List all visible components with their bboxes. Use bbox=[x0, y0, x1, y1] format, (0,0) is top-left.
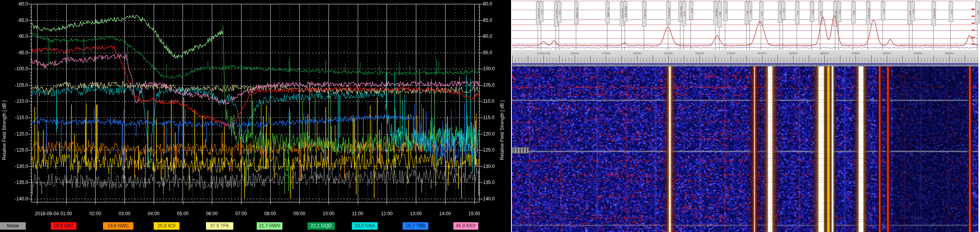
ruler-frequency-label: 40000 bbox=[882, 52, 891, 55]
y-axis-label-right: Relative Field Strength [ dB ] bbox=[499, 100, 505, 160]
x-tick: 06:00 bbox=[206, 211, 218, 216]
y-tick-left: -90.0 bbox=[6, 34, 28, 39]
x-tick: 08:00 bbox=[265, 211, 276, 216]
y-tick-right: -100.0 bbox=[481, 66, 495, 71]
x-tick: 05:00 bbox=[177, 211, 188, 216]
y-tick-right: -80.0 bbox=[481, 2, 492, 6]
x-axis-date-label: 2018-06-04 bbox=[35, 211, 59, 216]
y-tick-left: -105.0 bbox=[6, 83, 28, 87]
y-tick-left: -85.0 bbox=[6, 18, 28, 23]
y-tick-left: -110.0 bbox=[6, 99, 28, 104]
ruler-frequency-label: 20000 bbox=[633, 52, 641, 55]
x-tick: 01:00 bbox=[60, 211, 72, 216]
x-tick: 07:00 bbox=[235, 211, 247, 216]
legend-chip-21-7-hwv: 21.7 HWV bbox=[257, 222, 282, 230]
spectrum-scale-tick bbox=[971, 30, 975, 31]
x-tick: 11:00 bbox=[352, 211, 363, 216]
frequency-ruler-ticks bbox=[512, 50, 978, 63]
ruler-frequency-label: 22500 bbox=[664, 52, 673, 55]
x-tick: 14:00 bbox=[439, 211, 451, 216]
y-tick-right: -90.0 bbox=[481, 34, 492, 39]
y-tick-right: -120.0 bbox=[481, 132, 495, 136]
y-tick-right: -105.0 bbox=[481, 83, 495, 87]
waterfall-divider-line bbox=[512, 63, 978, 64]
spectrum-scale-tick bbox=[971, 23, 975, 24]
y-tick-right: -85.0 bbox=[481, 18, 492, 23]
ruler-frequency-label: 30000 bbox=[758, 52, 766, 55]
legend-chip-24-0-naa: 24,0 NAA bbox=[352, 222, 378, 230]
y-tick-left: -120.0 bbox=[6, 132, 28, 136]
ruler-frequency-label: 32500 bbox=[789, 52, 797, 55]
legend-chip-noise: Noise bbox=[0, 222, 26, 230]
ruler-frequency-label: 37500 bbox=[851, 52, 860, 55]
y-tick-right: -115.0 bbox=[481, 115, 494, 120]
ruler-frequency-label: 42500 bbox=[914, 52, 922, 55]
field-strength-chart-panel: Relative Field Strength [ dB ] Relative … bbox=[0, 0, 511, 232]
x-tick: 03:00 bbox=[119, 211, 130, 216]
ruler-frequency-label: 12500 Hz bbox=[537, 52, 550, 55]
ruler-frequency-label: 17500 bbox=[602, 52, 610, 55]
vlf-monitoring-screen: Relative Field Strength [ dB ] Relative … bbox=[0, 0, 980, 232]
x-tick: 10:00 bbox=[323, 211, 334, 216]
spectrum-trace-canvas bbox=[512, 0, 978, 50]
y-tick-left: -95.0 bbox=[6, 50, 28, 55]
ruler-frequency-label: 25000 bbox=[695, 52, 704, 55]
y-tick-left: -140.0 bbox=[6, 196, 28, 201]
x-tick: 13:00 bbox=[410, 211, 422, 216]
y-tick-right: -135.0 bbox=[481, 180, 495, 185]
spectrum-scale-tick bbox=[971, 37, 975, 38]
ruler-frequency-label: 15000 bbox=[570, 52, 579, 55]
field-strength-chart-canvas bbox=[0, 0, 511, 232]
legend-chip-45-9-nsy: 45.9 NSY bbox=[453, 222, 478, 230]
x-tick: 04:00 bbox=[148, 211, 160, 216]
legend-chip-37-5-tfk: 37.5 TFK bbox=[206, 222, 233, 230]
x-tick: 09:00 bbox=[293, 211, 305, 216]
ruler-frequency-label: 35000 bbox=[820, 52, 829, 55]
spectrum-scale-tick bbox=[971, 9, 975, 10]
y-tick-right: -140.0 bbox=[481, 196, 495, 201]
waterfall-time-label bbox=[512, 147, 529, 153]
legend-chip-22-1-gqd: 22,1 GQD bbox=[307, 222, 335, 230]
y-tick-left: -135.0 bbox=[6, 180, 28, 185]
y-tick-left: -130.0 bbox=[6, 164, 28, 169]
legend-chip-19-8-nwc: 19,8 NWC bbox=[103, 222, 133, 230]
legend-chip-20-3-icv: 20,3 ICV bbox=[154, 222, 179, 230]
legend-chip-19-6-gbz: 19.6 GBZ bbox=[51, 222, 76, 230]
waterfall-display bbox=[512, 64, 978, 232]
ruler-frequency-label: 27500 bbox=[726, 52, 735, 55]
ruler-frequency-label: 45000 bbox=[945, 52, 953, 55]
frequency-ruler: 12500 Hz15000175002000022500250002750030… bbox=[512, 50, 978, 63]
y-tick-left: -115.0 bbox=[6, 115, 28, 120]
y-tick-right: -125.0 bbox=[481, 148, 495, 152]
y-tick-right: -130.0 bbox=[481, 164, 495, 169]
y-tick-right: -110.0 bbox=[481, 99, 494, 104]
y-tick-right: -95.0 bbox=[481, 50, 492, 55]
x-tick: 15:00 bbox=[468, 211, 480, 216]
y-tick-left: -100.0 bbox=[6, 66, 28, 71]
legend-chip-26-7-tbb: 26.7 TBB bbox=[403, 222, 428, 230]
x-tick: 02:00 bbox=[89, 211, 101, 216]
y-tick-left: -80.0 bbox=[6, 2, 28, 6]
spectrum-scale-tick bbox=[971, 16, 975, 17]
y-tick-left: -125.0 bbox=[6, 148, 28, 152]
spectrum-panel: RDL 12.612.6RJH 13.913.915.1 HWU18.1 RDL… bbox=[512, 0, 978, 232]
x-tick: 12:00 bbox=[381, 211, 392, 216]
spectrum-scale-tick bbox=[971, 44, 975, 45]
